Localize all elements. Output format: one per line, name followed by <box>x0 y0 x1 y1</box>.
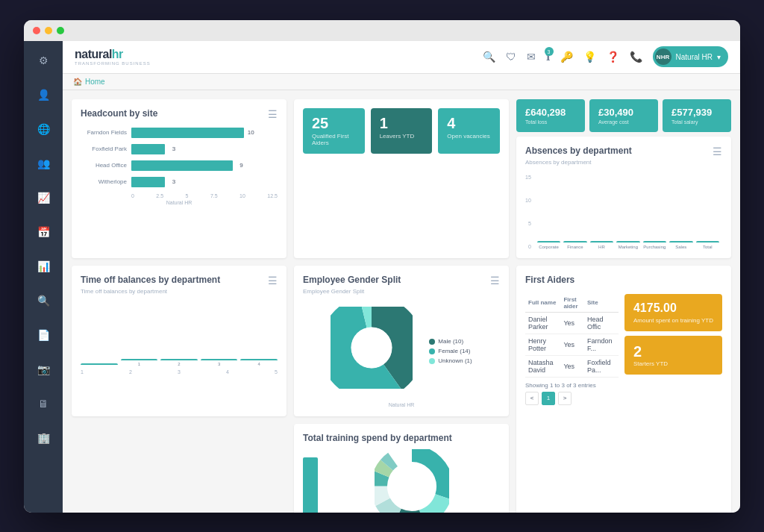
search-icon[interactable]: 🔍 <box>483 51 495 63</box>
abs-bar <box>696 241 719 242</box>
shield-icon[interactable]: 🛡 <box>506 51 516 63</box>
to-label: 2 <box>178 362 180 366</box>
unknown-dot <box>429 358 435 364</box>
training-card: Total training spend by department 10 <box>294 424 509 513</box>
headcount-axis: 02.557.51012.5 <box>81 193 278 198</box>
kpi-avg-cost: £30,490 Average cost <box>589 99 658 132</box>
timeoff-menu-icon[interactable]: ☰ <box>268 275 278 287</box>
user-menu[interactable]: NHR Natural HR ▾ <box>653 46 728 67</box>
bar-value: 3 <box>172 145 175 152</box>
to-bar <box>201 359 238 360</box>
to-bar <box>121 359 158 360</box>
sidebar-item-calendar[interactable]: 📅 <box>33 222 54 242</box>
headcount-axis-label: Natural HR <box>81 200 278 205</box>
legend-male: Male (10) <box>429 338 472 345</box>
stats-top: 25 Qualified First Aiders 1 Leavers YTD … <box>303 108 500 154</box>
table-row: Henry Potter Yes Farndon F... <box>525 334 619 355</box>
timeoff-col: 4 <box>240 359 278 366</box>
sidebar-item-globe[interactable]: 🌐 <box>33 119 54 140</box>
question-icon[interactable]: ❓ <box>607 51 619 63</box>
col-firstaider: First aider <box>560 294 584 313</box>
notification-badge: 3 <box>545 47 554 56</box>
to-label: 1 <box>138 362 140 366</box>
bar-label: Head Office <box>81 162 127 169</box>
legend-unknown: Unknown (1) <box>429 357 472 364</box>
col-fullname: Full name <box>525 294 560 313</box>
sidebar-item-profile[interactable]: 👤 <box>33 84 54 105</box>
abs-bar <box>563 241 586 242</box>
key-icon[interactable]: 🔑 <box>560 51 573 63</box>
starters-label: Starters YTD <box>633 360 713 367</box>
gender-axis-label: Natural HR <box>303 402 500 407</box>
bar-value: 10 <box>248 129 254 136</box>
sidebar-item-settings[interactable]: ⚙ <box>33 50 54 71</box>
male-dot <box>429 339 435 345</box>
abs-bar <box>590 241 613 242</box>
abs-col-label: Marketing <box>619 245 638 249</box>
page-1-btn[interactable]: 1 <box>542 392 555 405</box>
sidebar-item-chart[interactable]: 📈 <box>33 187 54 208</box>
phone-icon[interactable]: 📞 <box>630 51 642 63</box>
abs-col: Purchasing <box>643 241 666 249</box>
vacancies-label: Open vacancies <box>447 133 491 140</box>
kpi-loss-value: £640,298 <box>525 107 576 118</box>
sidebar-item-monitor[interactable]: 🖥 <box>33 393 54 414</box>
home-icon: 🏠 <box>73 78 82 86</box>
firstaiders-card: First Aiders Full name First aider Site <box>516 266 731 513</box>
timeoff-col: 2 <box>160 359 198 366</box>
abs-col: Sales <box>669 241 692 249</box>
sidebar-item-org[interactable]: 🏢 <box>33 428 54 448</box>
mail-icon[interactable]: ✉ <box>527 51 536 63</box>
bar-label: Foxfield Park <box>81 145 127 152</box>
timeoff-subtitle: Time off balances by department <box>81 288 220 295</box>
kpi-salary-label: Total salary <box>671 119 722 125</box>
next-page-btn[interactable]: > <box>558 392 572 405</box>
qualified-label: Qualified First Aiders <box>312 133 356 146</box>
bar-value: 3 <box>172 178 175 185</box>
title-bar <box>24 20 740 41</box>
chevron-down-icon: ▾ <box>717 53 721 61</box>
minimize-dot[interactable] <box>45 27 52 34</box>
absences-menu-icon[interactable]: ☰ <box>713 145 722 157</box>
sidebar-item-document[interactable]: 📄 <box>33 325 54 345</box>
top-nav: naturalhr TRANSFORMING BUSINESS 🔍 🛡 ✉ ℹ … <box>63 41 740 74</box>
breadcrumb: 🏠 Home <box>63 74 740 90</box>
absences-subtitle: Absences by department <box>525 159 632 166</box>
logo-sub: TRANSFORMING BUSINESS <box>75 61 151 66</box>
female-dot <box>429 348 435 354</box>
table-row: Natasha David Yes Foxfield Pa... <box>525 355 619 377</box>
bulb-icon[interactable]: 💡 <box>583 51 596 63</box>
timeoff-card: Time off balances by department Time off… <box>72 266 286 416</box>
firstaiders-table: Full name First aider Site Daniel Parker… <box>525 294 619 378</box>
sidebar-item-bar-chart[interactable]: 📊 <box>33 256 54 277</box>
logo: naturalhr TRANSFORMING BUSINESS <box>75 48 151 66</box>
sidebar-item-search[interactable]: 🔍 <box>33 290 54 311</box>
abs-col-label: Sales <box>675 245 686 249</box>
to-label: 3 <box>218 362 220 366</box>
gender-menu-icon[interactable]: ☰ <box>490 275 500 287</box>
timeoff-bars: 1 2 3 4 <box>81 307 278 366</box>
training-amount-box: 4175.00 Amount spent on training YTD <box>624 294 722 331</box>
stats-card: 25 Qualified First Aiders 1 Leavers YTD … <box>294 99 509 258</box>
leavers-value: 1 <box>380 116 424 131</box>
svg-point-3 <box>351 327 392 368</box>
sidebar-item-camera[interactable]: 📷 <box>33 359 54 380</box>
training-pie <box>375 449 449 513</box>
table-row: Daniel Parker Yes Head Offic <box>525 312 619 334</box>
headcount-menu-icon[interactable]: ☰ <box>268 108 278 120</box>
close-dot[interactable] <box>33 27 40 34</box>
abs-col: Total <box>696 241 719 249</box>
maximize-dot[interactable] <box>57 27 64 34</box>
gender-title: Employee Gender Split <box>303 275 401 285</box>
info-icon[interactable]: ℹ 3 <box>546 51 550 63</box>
to-bar <box>160 359 198 360</box>
pagination: < 1 > <box>525 392 619 405</box>
kpi-total-salary: £577,939 Total salary <box>663 99 731 132</box>
sidebar-item-users[interactable]: 👥 <box>33 153 54 174</box>
bar-row: Head Office 9 <box>81 160 278 171</box>
legend-female: Female (14) <box>429 348 472 354</box>
qualified-value: 25 <box>312 116 356 131</box>
prev-page-btn[interactable]: < <box>525 392 539 405</box>
starters-value: 2 <box>633 343 713 360</box>
bar-row: Foxfield Park 3 <box>81 144 278 154</box>
